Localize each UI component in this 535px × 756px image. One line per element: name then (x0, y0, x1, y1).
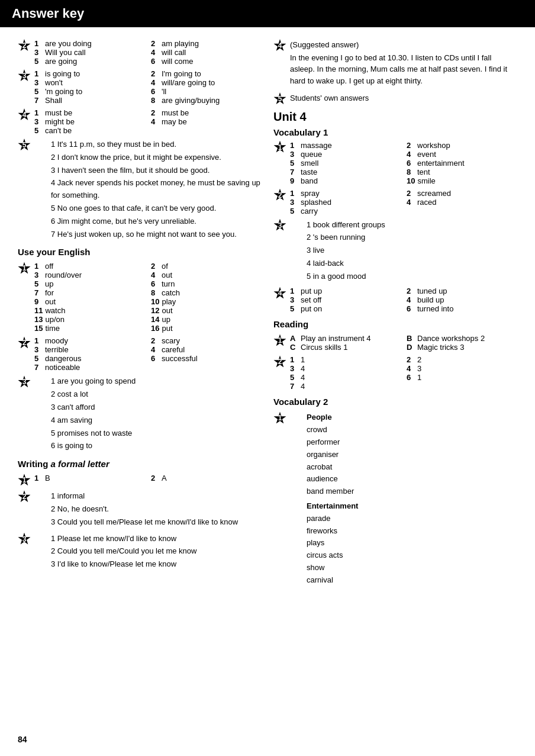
page-number: 84 (18, 735, 27, 744)
answer-item: 3 Could you tell me/Please let me know/I… (51, 516, 262, 529)
answer-item: 3might be (34, 117, 145, 126)
vocab-word: performer (307, 436, 517, 449)
ue-exercise-2: 2 1moody 3terrible 5dangerous 7noticeabl… (18, 336, 262, 372)
writing-exercise-3: 3 1 Please let me know/I'd like to know … (18, 533, 262, 571)
answer-item: 8catch (151, 288, 262, 297)
writing-exercise-2: 2 1 informal 2 No, he doesn't. 3 Could y… (18, 490, 262, 529)
answer-item: 5put on (290, 304, 401, 313)
answer-item: 1 book different groups (307, 219, 517, 231)
answer-item: 1 are you going to spend (51, 375, 262, 388)
answer-item: 5carry (290, 207, 401, 215)
answer-item: 6will come (151, 57, 262, 66)
vocab1-title: Vocabulary 1 (273, 127, 517, 137)
vocab-word: carnival (307, 574, 517, 587)
answer-item: 2 Could you tell me/Could you let me kno… (51, 545, 262, 558)
answer-item: 5'm going to (34, 87, 145, 96)
answer-item: 1off (34, 262, 145, 271)
v1-exercise-4: 4 1put up 3set off 5put on 2tuned up 4bu… (273, 287, 517, 313)
exercise-5-bullet: 5 (18, 139, 31, 152)
answer-item: 1moody (34, 336, 145, 345)
answer-item: 2must be (151, 108, 262, 117)
answer-item: 7taste (290, 168, 401, 176)
answer-item: 3queue (290, 150, 401, 159)
ue1-bullet: 1 (18, 262, 31, 275)
answer-item: 1put up (290, 287, 401, 295)
writing-title: Writing a formal letter (18, 459, 262, 469)
answer-item: 2workshop (407, 141, 517, 150)
answer-item: 61 (407, 373, 517, 382)
answer-item: 1 Please let me know/I'd like to know (51, 533, 262, 545)
answer-item: 6turn (151, 279, 262, 288)
q4-text: (Suggested answer) In the evening I go t… (290, 39, 517, 86)
answer-item: 3 I'd like to know/Please let me know (51, 558, 262, 571)
vocab-word: organiser (307, 449, 517, 461)
answer-item: APlay an instrument 4 (290, 334, 401, 343)
answer-item: 7Shall (34, 96, 145, 105)
answer-item: 7noticeable (34, 363, 145, 372)
answer-item: 5smell (290, 159, 401, 168)
answer-item: 3 I haven't seen the film, but it should… (51, 165, 262, 177)
v1-exercise-2: 2 1spray 3splashed 5carry 2screamed 4rac… (273, 189, 517, 215)
exercise-4: 4 1must be 3might be 5can't be 2must be … (18, 108, 262, 135)
answer-item: 4may be (151, 117, 262, 126)
r2-bullet: 2 (273, 355, 286, 368)
answer-item: 2A (151, 474, 262, 482)
answer-item: 8tent (407, 168, 517, 176)
q4-bullet: 4 (273, 39, 286, 52)
left-column: 2 1are you doing 3Will you call 5are goi… (18, 39, 262, 590)
answer-item: 3round/over (34, 271, 145, 279)
v1-4-bullet: 4 (273, 287, 286, 300)
w1-bullet: 1 (18, 474, 31, 487)
v1-exercise-3: 3 1 book different groups 2 's been runn… (273, 219, 517, 284)
answer-item: 3Will you call (34, 48, 145, 57)
answer-item: 6turned into (407, 304, 517, 313)
w2-bullet: 2 (18, 490, 31, 503)
answer-item: 2scary (151, 336, 262, 345)
q5-text: Students' own answers (290, 92, 517, 104)
vocab-word: plays (307, 537, 517, 549)
vocab-word: fireworks (307, 525, 517, 538)
page-title: Answer key (12, 6, 523, 21)
answer-item: 2am playing (151, 39, 262, 48)
answer-item: 2 's been running (307, 231, 517, 244)
exercise-4-bullet: 4 (18, 108, 31, 121)
v1-3-bullet: 3 (273, 219, 286, 232)
v1-1-bullet: 1 (273, 141, 286, 154)
answer-item: 4build up (407, 295, 517, 304)
exercise-3-bullet: 3 (18, 69, 31, 82)
people-label: People (307, 411, 517, 424)
answer-item: 9out (34, 297, 145, 306)
exercise-3: 3 1is going to 3won't 5'm going to 7Shal… (18, 69, 262, 105)
vocab-word: audience (307, 473, 517, 485)
answer-item: 3terrible (34, 345, 145, 354)
v2-bullet: 1 (273, 411, 286, 424)
answer-item: 7for (34, 288, 145, 297)
answer-item: 74 (290, 382, 401, 391)
ue3-bullet: 3 (18, 375, 31, 388)
answer-item: 2 No, he doesn't. (51, 503, 262, 516)
v1-exercise-1: 1 1massage 3queue 5smell 7taste 9band 2w… (273, 141, 517, 185)
answer-item: 10play (151, 297, 262, 306)
v2-exercise: 1 People crowd performer organiser acrob… (273, 411, 517, 586)
vocab-word: show (307, 562, 517, 574)
answer-item: 14up (151, 315, 262, 324)
answer-item: 3 can't afford (51, 401, 262, 414)
vocab-word: acrobat (307, 461, 517, 474)
ue-exercise-3: 3 1 are you going to spend 2 cost a lot … (18, 375, 262, 453)
answer-item: 22 (407, 355, 517, 364)
exercise-5: 5 1 It's 11 p.m, so they must be in bed.… (18, 139, 262, 241)
q4-exercise: 4 (Suggested answer) In the evening I go… (273, 39, 517, 89)
answer-item: 6 is going to (51, 440, 262, 452)
answer-item: 4 Jack never spends his pocket money, he… (51, 177, 262, 202)
q5-bullet: 5 (273, 92, 286, 105)
answer-item: 16put (151, 324, 262, 333)
answer-item: 6 Jim might come, but he's very unreliab… (51, 215, 262, 228)
answer-item: 8are giving/buying (151, 96, 262, 105)
answer-item: 1spray (290, 189, 401, 198)
answer-item: CCircus skills 1 (290, 343, 401, 352)
exercise-2-bullet: 2 (18, 39, 31, 52)
answer-item: 5up (34, 279, 145, 288)
answer-item: 54 (290, 373, 401, 382)
q5-exercise: 5 Students' own answers (273, 92, 517, 107)
answer-item: 5 promises not to waste (51, 427, 262, 440)
